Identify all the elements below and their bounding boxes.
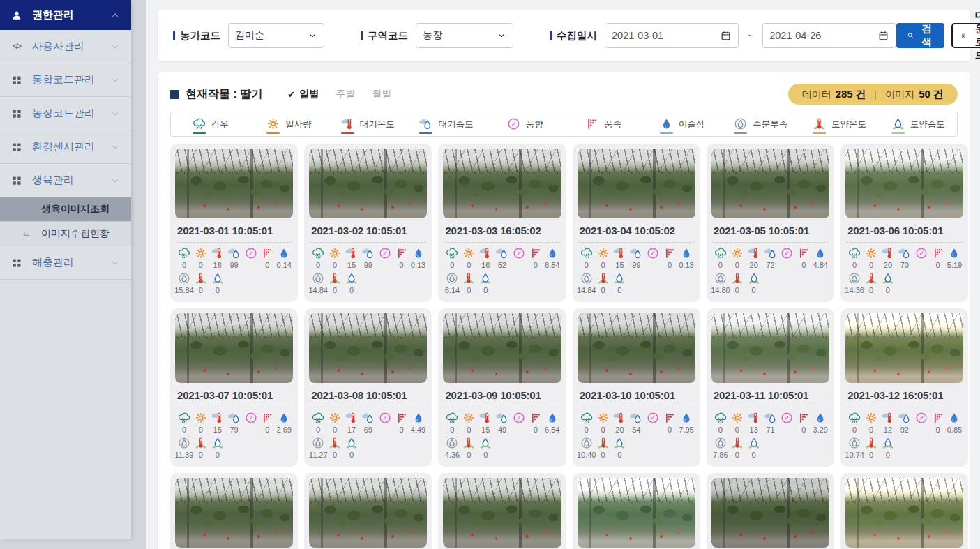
tab-월별[interactable]: 월별 <box>372 88 391 100</box>
sensor-value: 14.84 <box>577 286 596 295</box>
sensor-value-dew_point: 2.69 <box>276 411 292 435</box>
tab-label: 월별 <box>372 88 391 100</box>
sidebar-item-label: 권한관리 <box>32 8 74 22</box>
calendar-icon[interactable] <box>720 30 732 42</box>
sidebar-item-2[interactable]: 통합코드관리 <box>0 63 131 97</box>
sensor-value: 6.54 <box>545 261 559 270</box>
image-card: 2021-03-07 10:05:0100157902.6911.3900 <box>170 308 298 467</box>
soil-thermometer-icon <box>194 436 208 450</box>
search-button[interactable]: 검색 <box>896 23 944 48</box>
sensor-value-moisture_deficit: 15.84 <box>176 271 193 295</box>
sensor-value-wind_dir <box>243 411 259 435</box>
sidebar-item-3[interactable]: 농장코드관리 <box>0 97 131 130</box>
date-from-input[interactable]: 2021-03-01 <box>605 23 739 48</box>
sensor-value-rain: 0 <box>310 246 326 270</box>
air-humidity-icon <box>898 246 912 260</box>
sensor-value: 0 <box>199 286 203 295</box>
calendar-icon[interactable] <box>877 30 889 42</box>
sensor-value: 0 <box>265 426 269 435</box>
soil-humidity-icon <box>211 436 225 450</box>
sensor-value-soil_humidity: 0 <box>746 436 762 460</box>
sensor-value-air_temp: 17 <box>343 411 360 435</box>
soil-thermometer-icon <box>462 436 476 450</box>
thumbnail[interactable] <box>578 478 695 548</box>
sensor-value: 0 <box>617 451 621 460</box>
thumbnail[interactable] <box>175 149 293 218</box>
sidebar-item-5[interactable]: 생육관리 <box>0 164 131 197</box>
sidebar-item-6[interactable]: ㄴ생육이미지조회 <box>0 197 131 222</box>
card-timestamp: 2021-03-05 10:05:01 <box>714 225 827 236</box>
sensor-value: 0 <box>199 426 203 435</box>
sensor-value-dew_point: 4.49 <box>410 411 427 435</box>
dew-drop-icon <box>679 246 693 260</box>
thumbnail[interactable] <box>711 478 829 548</box>
sensor-value-solar: 0 <box>193 411 209 435</box>
legend-label: 토양습도 <box>910 119 945 130</box>
date-to-value: 2021-04-26 <box>769 30 821 41</box>
air-thermometer-icon <box>747 411 761 425</box>
sensor-value: 0 <box>400 426 404 435</box>
sensor-value: 0 <box>483 286 488 295</box>
sensor-value: 0 <box>601 451 605 460</box>
thumbnail[interactable] <box>309 313 427 383</box>
current-crop: 현재작물 : 딸기 <box>170 87 262 102</box>
sensor-value: 7.95 <box>679 426 693 435</box>
sidebar-item-8[interactable]: 해충관리 <box>0 246 131 280</box>
legend-underline <box>419 132 432 135</box>
sidebar-item-4[interactable]: 환경센서관리 <box>0 130 131 164</box>
wind-direction-icon <box>378 411 392 425</box>
thumbnail[interactable] <box>309 478 427 548</box>
legend-icon-col <box>659 116 674 135</box>
legend-label: 대기온도 <box>360 119 395 130</box>
sensor-value: 20 <box>615 426 624 435</box>
thumbnail[interactable] <box>309 149 427 218</box>
thumbnail[interactable] <box>578 149 695 218</box>
thumbnail[interactable] <box>711 149 829 218</box>
sensor-values-row: 00154906.54 <box>443 411 561 435</box>
sensor-values-row: 00207204.84 <box>711 246 829 270</box>
thumbnail[interactable] <box>578 313 695 383</box>
farm-code-select[interactable]: 김미순 <box>228 23 324 48</box>
sidebar-item-1[interactable]: </>사용자관리 <box>0 30 131 63</box>
sensor-value: 0 <box>333 451 337 460</box>
thumbnail[interactable] <box>175 313 293 383</box>
moisture-deficit-icon <box>445 436 459 450</box>
sensor-value-air_humidity: 72 <box>762 246 779 270</box>
sun-icon <box>266 116 280 131</box>
sensor-value-solar: 0 <box>326 411 343 435</box>
sensor-value-soil_humidity: 0 <box>611 271 628 295</box>
sensor-value: 0 <box>936 426 940 435</box>
thumbnail[interactable] <box>845 478 963 548</box>
card-timestamp: 2021-03-01 10:05:01 <box>177 225 291 236</box>
sensor-value-wind_speed: 0 <box>259 246 276 270</box>
image-card: 2021-03-15 10:05:01 <box>438 473 566 549</box>
sensor-value-moisture_deficit: 10.40 <box>578 436 595 460</box>
zone-code-select[interactable]: 농장 <box>416 23 513 48</box>
tab-주별[interactable]: 주별 <box>336 88 355 100</box>
soil-thermometer-icon <box>864 436 878 450</box>
download-button[interactable]: 다운로드 <box>951 23 980 48</box>
thumbnail[interactable] <box>443 149 561 218</box>
tab-일별[interactable]: ✔일별 <box>287 88 319 100</box>
sensor-value: 10.74 <box>845 451 864 460</box>
moisture-deficit-icon <box>847 271 861 285</box>
thumbnail[interactable] <box>711 313 829 383</box>
sidebar-item-7[interactable]: ㄴ이미지수집현황 <box>0 222 131 246</box>
thumbnail[interactable] <box>175 478 293 548</box>
legend-label: 풍향 <box>526 119 543 130</box>
date-to-input[interactable]: 2021-04-26 <box>762 23 896 48</box>
sensor-value-wind_dir <box>644 246 661 270</box>
wind-speed-icon <box>797 246 811 260</box>
card-timestamp: 2021-03-02 10:05:01 <box>311 225 425 236</box>
sensor-value-dew_point: 0.14 <box>276 246 292 270</box>
sidebar-item-label: 통합코드관리 <box>32 73 95 87</box>
card-timestamp: 2021-03-11 10:05:01 <box>714 389 827 401</box>
thumbnail[interactable] <box>845 149 963 218</box>
thumbnail[interactable] <box>443 313 561 383</box>
rain-cloud-icon <box>177 246 191 260</box>
thumbnail[interactable] <box>845 313 963 383</box>
sensor-value: 6.54 <box>545 426 559 435</box>
sensor-value-wind_dir <box>377 246 393 270</box>
thumbnail[interactable] <box>443 478 561 548</box>
sidebar-item-0[interactable]: 권한관리 <box>0 0 131 30</box>
